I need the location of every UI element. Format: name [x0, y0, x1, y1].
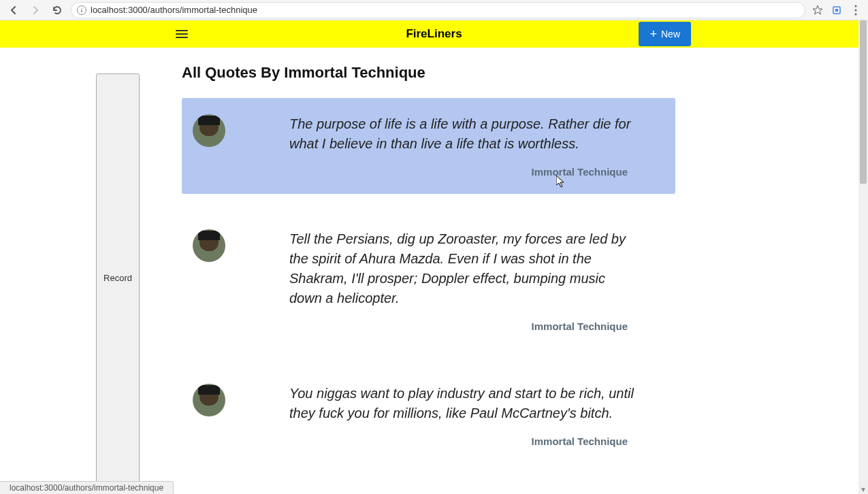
url-input[interactable]	[91, 5, 799, 15]
browser-menu-icon[interactable]	[849, 3, 863, 17]
quote-author[interactable]: Immortal Technique	[289, 320, 634, 332]
avatar[interactable]	[193, 114, 225, 147]
svg-point-2	[855, 5, 857, 7]
quote-card[interactable]: You niggas want to play industry and sta…	[182, 367, 675, 463]
url-bar[interactable]: i	[71, 2, 805, 18]
quote-author[interactable]: Immortal Technique	[289, 435, 634, 447]
quote-text: You niggas want to play industry and sta…	[289, 384, 634, 423]
quote-body: You niggas want to play industry and sta…	[242, 384, 634, 447]
plus-icon: +	[649, 27, 657, 42]
bookmark-icon[interactable]	[811, 3, 824, 17]
scrollbar-down-icon[interactable]: ▼	[858, 484, 868, 494]
forward-button[interactable]	[27, 2, 44, 18]
new-button[interactable]: + New	[639, 22, 691, 46]
quote-card[interactable]: The purpose of life is a life with a pur…	[182, 98, 675, 194]
extension-icon[interactable]	[830, 3, 843, 17]
browser-chrome: i	[0, 0, 868, 20]
back-button[interactable]	[5, 2, 22, 18]
status-bar: localhost:3000/authors/immortal-techniqu…	[0, 481, 174, 494]
left-column: Record	[0, 64, 182, 482]
content-wrap: Record All Quotes By Immortal Technique …	[0, 48, 868, 494]
app-header: FireLiners + New	[0, 20, 868, 48]
quote-author[interactable]: Immortal Technique	[289, 166, 634, 178]
quote-text: The purpose of life is a life with a pur…	[289, 114, 634, 154]
quote-text: Tell the Persians, dig up Zoroaster, my …	[289, 229, 634, 308]
svg-rect-1	[835, 9, 838, 12]
scrollbar-thumb[interactable]	[860, 20, 867, 184]
record-button[interactable]: Record	[96, 73, 140, 482]
quote-body: The purpose of life is a life with a pur…	[242, 114, 634, 178]
reload-button[interactable]	[49, 2, 65, 18]
new-button-label: New	[661, 29, 680, 39]
hamburger-icon[interactable]	[176, 26, 192, 42]
svg-point-3	[855, 9, 857, 11]
main-column: All Quotes By Immortal Technique The pur…	[182, 64, 675, 482]
page-title: All Quotes By Immortal Technique	[182, 64, 675, 82]
info-icon[interactable]: i	[77, 5, 86, 15]
brand-title[interactable]: FireLiners	[406, 27, 462, 41]
quote-body: Tell the Persians, dig up Zoroaster, my …	[242, 229, 634, 332]
avatar[interactable]	[193, 229, 225, 262]
svg-point-4	[855, 13, 857, 15]
scrollbar-track[interactable]: ▼	[858, 20, 868, 494]
quote-card[interactable]: Tell the Persians, dig up Zoroaster, my …	[182, 213, 675, 348]
avatar[interactable]	[193, 384, 225, 416]
